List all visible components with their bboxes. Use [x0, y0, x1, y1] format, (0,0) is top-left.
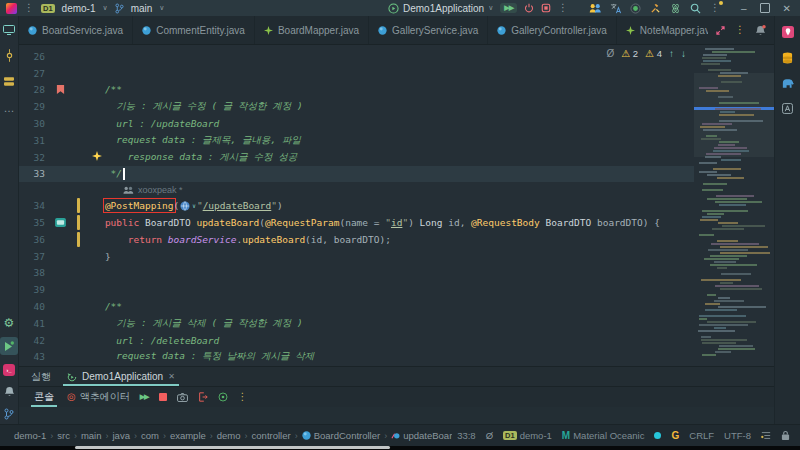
breadcrumb-item-demo-1[interactable]: demo-1: [14, 430, 46, 441]
breadcrumb-item-src[interactable]: src: [57, 430, 70, 441]
tab-galleryservice-java[interactable]: GalleryService.java: [369, 16, 488, 44]
tab-boardservice-java[interactable]: BoardService.java: [19, 16, 133, 44]
console-options-kebab-icon[interactable]: ⋮: [238, 392, 248, 402]
tab-notemapper-java[interactable]: NoteMapper.java: [617, 16, 708, 44]
chevron-down-icon[interactable]: ∨: [192, 202, 196, 209]
maximize-button[interactable]: [760, 3, 770, 13]
power-stop-icon[interactable]: [524, 3, 534, 13]
line-number[interactable]: 35: [19, 217, 45, 228]
structure-tool-icon[interactable]: [1, 74, 17, 89]
line-number[interactable]: 26: [19, 51, 45, 62]
code-line-28[interactable]: 28 /**: [19, 82, 694, 99]
translate-icon[interactable]: [610, 3, 621, 14]
terminal-tool-icon[interactable]: ›_: [1, 362, 17, 377]
breadcrumb-item-com[interactable]: com: [141, 430, 159, 441]
tab-options-kebab-icon[interactable]: ⋮: [735, 25, 745, 35]
translation-tool-icon[interactable]: [782, 103, 793, 114]
code-line-39[interactable]: 39: [19, 281, 694, 298]
thread-dump-camera-icon[interactable]: [177, 393, 188, 402]
line-separator[interactable]: CRLF: [689, 430, 714, 441]
branch-selector[interactable]: main: [131, 3, 153, 14]
code-line-43[interactable]: 43 request data : 특정 날짜의 게시글 삭제: [19, 349, 694, 366]
tab-commententity-java[interactable]: CommentEntity.java: [133, 16, 255, 44]
console-output[interactable]: [19, 407, 774, 424]
code-line-27[interactable]: 27: [19, 65, 694, 82]
code-minimap[interactable]: [694, 45, 774, 366]
line-number[interactable]: 40: [19, 301, 45, 312]
breadcrumb-item-controller[interactable]: controller: [252, 430, 291, 441]
breadcrumb-item-boardcontroller[interactable]: BoardController: [302, 430, 381, 441]
file-encoding[interactable]: UTF-8: [724, 430, 751, 441]
bookmark-icon[interactable]: [56, 84, 65, 95]
code-line-31[interactable]: 31 request data : 글제목, 글내용, 파일: [19, 132, 694, 149]
stop-button[interactable]: [541, 3, 551, 13]
code-line-40[interactable]: 40 /**: [19, 298, 694, 315]
git-tool-icon[interactable]: [1, 406, 17, 421]
console-tab[interactable]: 콘솔: [31, 387, 57, 407]
code-line-37[interactable]: 37 }: [19, 248, 694, 265]
next-problem-icon[interactable]: ↓: [681, 48, 686, 59]
main-menu-icon[interactable]: ⋮: [24, 3, 34, 13]
line-number[interactable]: 42: [19, 335, 45, 346]
status-project-name[interactable]: demo-1: [520, 430, 552, 441]
console-stop-icon[interactable]: [159, 393, 167, 401]
url-globe-icon[interactable]: [180, 201, 190, 211]
g-plugin-icon[interactable]: G: [671, 430, 679, 441]
endpoint-gutter-icon[interactable]: [55, 218, 66, 227]
line-number[interactable]: 39: [19, 284, 45, 295]
code-line-42[interactable]: 42 url : /deleteBoard: [19, 332, 694, 349]
line-number[interactable]: 43: [19, 351, 45, 362]
database-tool-icon[interactable]: [782, 52, 793, 64]
breadcrumb-item-java[interactable]: java: [112, 430, 129, 441]
notifications-alarm-icon[interactable]: [1, 384, 17, 399]
inspections-widget[interactable]: Ø ⚠ 2 ⚠ 4 ↑ ↓: [606, 48, 686, 59]
breadcrumb-item-example[interactable]: example: [170, 430, 206, 441]
minimize-button[interactable]: –: [741, 3, 747, 14]
breadcrumb-item-main[interactable]: main: [81, 430, 102, 441]
theme-name[interactable]: Material Oceanic: [573, 430, 644, 441]
run-tool-window-icon[interactable]: [0, 337, 18, 355]
commit-tool-icon[interactable]: [1, 48, 17, 63]
code-line-35[interactable]: 35 public BoardDTO updateBoard(@RequestP…: [19, 214, 694, 231]
code-line-34[interactable]: 34 @PostMapping(∨"/updateBoard"): [19, 197, 694, 214]
exit-disconnect-icon[interactable]: [198, 392, 208, 402]
code-line-38[interactable]: 38: [19, 265, 694, 282]
expand-icon[interactable]: [716, 26, 725, 35]
line-number[interactable]: 30: [19, 118, 45, 129]
tab-boardmapper-java[interactable]: BoardMapper.java: [255, 16, 369, 44]
line-number[interactable]: 37: [19, 251, 45, 262]
line-number[interactable]: 27: [19, 68, 45, 79]
close-icon[interactable]: ✕: [168, 372, 175, 381]
line-number[interactable]: 41: [19, 318, 45, 329]
breadcrumb-item-updateboard[interactable]: updateBoard: [391, 430, 452, 441]
resume-button[interactable]: ▶▶: [500, 3, 517, 13]
run-tab-demo1application[interactable]: Demo1Application ✕: [63, 367, 179, 386]
record-icon[interactable]: [630, 3, 641, 14]
disable-highlight-icon[interactable]: Ø: [606, 48, 614, 59]
notification-bell-icon[interactable]: [755, 25, 766, 36]
line-number[interactable]: 31: [19, 135, 45, 146]
line-number[interactable]: 29: [19, 101, 45, 112]
line-number[interactable]: 28: [19, 84, 45, 95]
line-number[interactable]: 33: [19, 168, 45, 179]
gc-icon[interactable]: [218, 392, 228, 402]
tab-gallerycontroller-java[interactable]: GalleryController.java: [488, 16, 617, 44]
line-number[interactable]: 32: [19, 152, 45, 163]
more-tool-windows-icon[interactable]: …: [1, 100, 17, 115]
project-tool-icon[interactable]: [1, 22, 17, 37]
code-with-me-icon[interactable]: [589, 3, 601, 13]
code-line-30[interactable]: 30 url : /updateBoard: [19, 115, 694, 132]
intention-bulb-icon[interactable]: [92, 151, 102, 161]
breadcrumb-item-demo[interactable]: demo: [217, 430, 241, 441]
close-button[interactable]: ✕: [783, 3, 791, 14]
status-dot-icon[interactable]: [654, 432, 661, 439]
editor-area[interactable]: 262728 /**29 기능 : 게시글 수정 ( 글 작성한 계정 )30 …: [19, 45, 774, 366]
code-editor[interactable]: 262728 /**29 기능 : 게시글 수정 ( 글 작성한 계정 )30 …: [19, 45, 694, 366]
run-configuration-selector[interactable]: Demo1Application ∨: [388, 3, 493, 14]
highlight-level-icon[interactable]: Ø: [486, 430, 493, 441]
settings-kebab-icon[interactable]: ⋮: [710, 3, 720, 13]
gradle-tool-icon[interactable]: [781, 78, 794, 89]
search-everywhere-icon[interactable]: [690, 3, 701, 14]
run-options-kebab-icon[interactable]: ⋮: [558, 3, 568, 13]
bookmarks-pin-icon[interactable]: [782, 26, 794, 38]
